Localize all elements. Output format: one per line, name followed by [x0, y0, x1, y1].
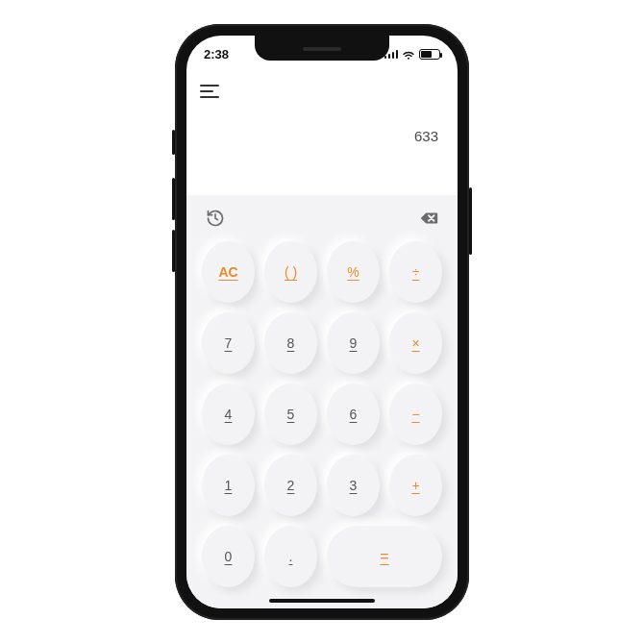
key-multiply[interactable]: × [389, 312, 442, 374]
calculator-display: 633 [200, 105, 444, 182]
key-7[interactable]: 7 [202, 312, 255, 374]
wifi-icon [402, 49, 415, 59]
history-button[interactable] [204, 207, 227, 230]
key-parentheses[interactable]: ( ) [264, 241, 317, 303]
key-6[interactable]: 6 [327, 384, 380, 445]
key-clear[interactable]: AC [202, 241, 255, 303]
key-decimal[interactable]: . [264, 526, 317, 587]
phone-side-button [172, 178, 175, 220]
key-2[interactable]: 2 [264, 455, 317, 516]
key-0[interactable]: 0 [202, 526, 255, 587]
backspace-button[interactable] [417, 207, 440, 230]
key-divide[interactable]: ÷ [389, 241, 442, 303]
key-percent[interactable]: % [327, 241, 380, 303]
key-5[interactable]: 5 [264, 384, 317, 445]
phone-frame: 2:38 633 [175, 24, 469, 620]
home-indicator[interactable] [269, 599, 375, 603]
key-4[interactable]: 4 [202, 384, 255, 445]
phone-side-button [172, 230, 175, 272]
key-subtract[interactable]: − [389, 384, 442, 445]
key-1[interactable]: 1 [202, 455, 255, 516]
key-8[interactable]: 8 [264, 312, 317, 374]
phone-side-button [172, 130, 175, 155]
key-add[interactable]: + [389, 455, 442, 516]
menu-button[interactable] [200, 78, 227, 105]
status-time: 2:38 [204, 47, 229, 62]
key-3[interactable]: 3 [327, 455, 380, 516]
battery-icon [419, 49, 440, 60]
phone-side-button [469, 187, 472, 255]
key-equals[interactable]: = [327, 526, 442, 587]
phone-notch [255, 36, 389, 61]
keypad: AC ( ) % ÷ 7 8 9 × 4 5 6 − 1 2 3 + 0 [198, 234, 446, 591]
key-9[interactable]: 9 [327, 312, 380, 374]
